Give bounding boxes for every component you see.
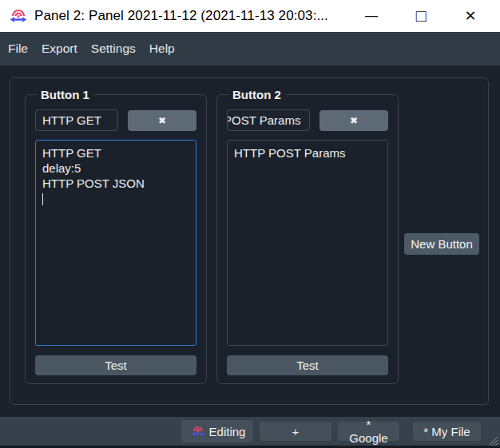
- file-tab-google[interactable]: * Google: [338, 422, 399, 441]
- app-logo-icon: [189, 424, 207, 438]
- test-button[interactable]: Test: [35, 355, 196, 375]
- name-row: POST Params ✖: [227, 109, 388, 131]
- close-icon[interactable]: ✕: [446, 0, 495, 32]
- remove-button[interactable]: ✖: [319, 110, 388, 131]
- commands-textarea[interactable]: HTTP POST Params: [227, 140, 388, 346]
- new-button[interactable]: New Button: [404, 233, 479, 255]
- commands-textarea[interactable]: HTTP GET delay:5 HTTP POST JSON: [35, 140, 196, 346]
- main-content: Button 1 HTTP GET ✖ HTTP GET delay:5 HTT…: [0, 65, 500, 417]
- commands-text: HTTP GET delay:5 HTTP POST JSON: [42, 146, 145, 190]
- statusbar: Editing + * Google * My File: [0, 417, 500, 448]
- commands-text: HTTP POST Params: [234, 146, 345, 160]
- group-title: Button 2: [228, 88, 285, 101]
- menu-item-file[interactable]: File: [3, 38, 33, 59]
- button-name-input[interactable]: HTTP GET: [35, 109, 118, 131]
- text-caret: [42, 193, 43, 205]
- editing-label: Editing: [209, 425, 246, 438]
- window-controls: — □ ✕: [347, 0, 500, 32]
- buttons-panel: Button 1 HTTP GET ✖ HTTP GET delay:5 HTT…: [10, 77, 489, 405]
- menubar: File Export Settings Help: [0, 32, 500, 65]
- add-panel-button[interactable]: +: [260, 422, 331, 441]
- resize-grip[interactable]: [486, 434, 498, 446]
- group-button-2: Button 2 POST Params ✖ HTTP POST Params …: [216, 88, 399, 384]
- minimize-icon[interactable]: —: [347, 0, 396, 32]
- test-button[interactable]: Test: [227, 355, 388, 375]
- menu-item-export[interactable]: Export: [37, 38, 82, 59]
- group-button-1: Button 1 HTTP GET ✖ HTTP GET delay:5 HTT…: [25, 88, 207, 384]
- file-tab-my-file[interactable]: * My File: [413, 422, 481, 441]
- maximize-icon[interactable]: □: [396, 0, 446, 32]
- app-logo-icon: [8, 6, 29, 26]
- app-window: Panel 2: Panel 2021-11-12 (2021-11-13 20…: [0, 0, 500, 448]
- button-name-input[interactable]: POST Params: [227, 109, 310, 131]
- menu-item-settings[interactable]: Settings: [86, 38, 141, 59]
- x-icon: ✖: [350, 115, 358, 126]
- titlebar[interactable]: Panel 2: Panel 2021-11-12 (2021-11-13 20…: [0, 0, 500, 32]
- x-icon: ✖: [158, 115, 166, 126]
- editing-mode-button[interactable]: Editing: [181, 420, 253, 442]
- name-row: HTTP GET ✖: [35, 109, 196, 131]
- group-title: Button 1: [37, 88, 93, 101]
- menu-item-help[interactable]: Help: [145, 38, 180, 59]
- window-title: Panel 2: Panel 2021-11-12 (2021-11-13 20…: [34, 8, 347, 24]
- remove-button[interactable]: ✖: [128, 110, 196, 131]
